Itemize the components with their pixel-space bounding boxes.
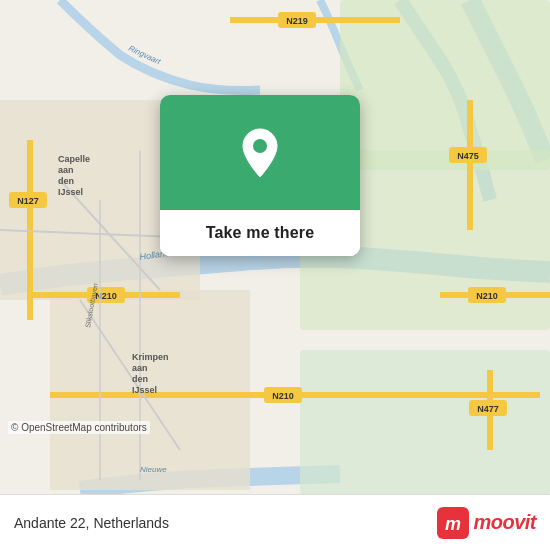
- svg-text:IJssel: IJssel: [58, 187, 83, 197]
- svg-rect-3: [300, 350, 550, 494]
- popup-green-area: [160, 95, 360, 210]
- copyright-text: © OpenStreetMap contributors: [8, 421, 150, 434]
- svg-text:N477: N477: [477, 404, 499, 414]
- location-label: Andante 22, Netherlands: [14, 515, 169, 531]
- svg-text:den: den: [132, 374, 148, 384]
- svg-text:N210: N210: [95, 291, 117, 301]
- bottom-bar: Andante 22, Netherlands m moovit: [0, 494, 550, 550]
- svg-text:Nieuwe: Nieuwe: [140, 465, 167, 474]
- svg-text:Capelle: Capelle: [58, 154, 90, 164]
- svg-text:den: den: [58, 176, 74, 186]
- svg-rect-1: [340, 0, 550, 170]
- take-me-there-button[interactable]: Take me there: [198, 220, 323, 246]
- svg-text:N210: N210: [476, 291, 498, 301]
- popup-card: Take me there: [160, 95, 360, 256]
- svg-text:N475: N475: [457, 151, 479, 161]
- svg-text:IJssel: IJssel: [132, 385, 157, 395]
- moovit-icon: m: [437, 507, 469, 539]
- svg-text:aan: aan: [58, 165, 74, 175]
- svg-text:Krimpen: Krimpen: [132, 352, 169, 362]
- svg-text:m: m: [445, 514, 461, 534]
- popup-button-area: Take me there: [160, 210, 360, 256]
- moovit-text: moovit: [473, 511, 536, 534]
- svg-text:aan: aan: [132, 363, 148, 373]
- moovit-logo: m moovit: [437, 507, 536, 539]
- svg-point-44: [253, 139, 267, 153]
- map-container: N219 N475 N127 N210 N210 N210 N477 Holla…: [0, 0, 550, 494]
- location-pin-icon: [239, 127, 281, 179]
- svg-text:N219: N219: [286, 16, 308, 26]
- svg-text:N210: N210: [272, 391, 294, 401]
- svg-text:N127: N127: [17, 196, 39, 206]
